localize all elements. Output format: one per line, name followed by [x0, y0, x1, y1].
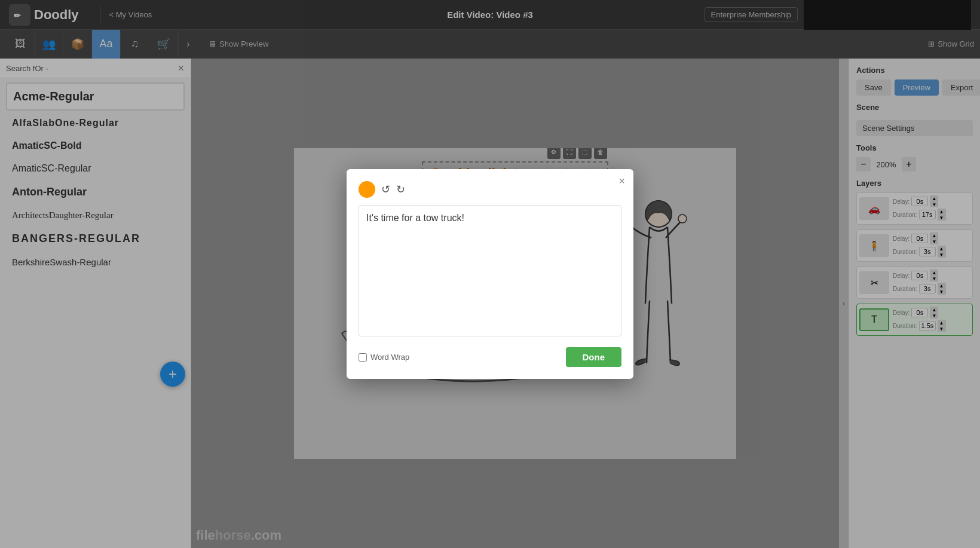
done-button[interactable]: Done	[566, 347, 622, 367]
word-wrap-text: Word Wrap	[370, 353, 409, 362]
modal-redo-button[interactable]: ↻	[396, 183, 405, 196]
modal-undo-button[interactable]: ↺	[381, 183, 390, 196]
modal-toolbar: ↺ ↻	[359, 181, 621, 198]
modal-textarea[interactable]: It's time for a tow truck!	[359, 205, 621, 336]
text-editor-modal: × ↺ ↻ It's time for a tow truck! Word Wr…	[347, 169, 633, 379]
modal-footer: Word Wrap Done	[359, 347, 621, 367]
word-wrap-label[interactable]: Word Wrap	[359, 353, 409, 362]
modal-color-picker-btn[interactable]	[359, 181, 375, 198]
modal-overlay: × ↺ ↻ It's time for a tow truck! Word Wr…	[0, 0, 980, 548]
word-wrap-checkbox[interactable]	[359, 353, 367, 362]
modal-close-button[interactable]: ×	[618, 175, 625, 188]
